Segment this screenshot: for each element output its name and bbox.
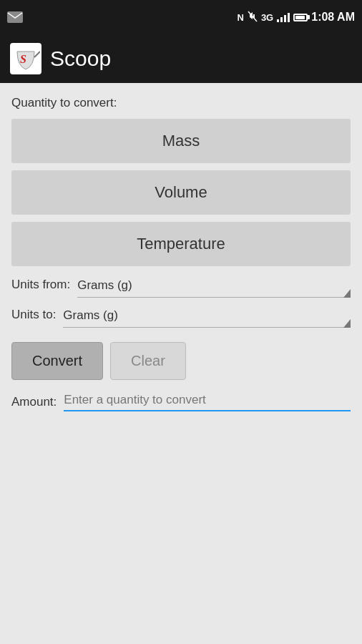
units-to-label: Units to: xyxy=(11,308,56,328)
quantity-label: Quantity to convert: xyxy=(11,96,351,110)
units-to-row[interactable]: Units to: Grams (g) xyxy=(11,308,351,328)
app-bar: S Scoop xyxy=(0,34,362,83)
units-to-selector[interactable]: Grams (g) xyxy=(63,308,351,328)
svg-rect-0 xyxy=(7,11,23,23)
units-from-label: Units from: xyxy=(11,278,70,298)
network-n-icon: N xyxy=(238,12,244,23)
amount-label: Amount: xyxy=(11,395,57,409)
units-to-value: Grams (g) xyxy=(63,308,351,327)
units-from-selector[interactable]: Grams (g) xyxy=(77,278,351,298)
svg-text:S: S xyxy=(20,53,26,65)
signal-icon xyxy=(277,12,290,22)
status-time: 1:08 AM xyxy=(311,11,355,24)
gmail-icon xyxy=(7,11,23,23)
units-from-underline xyxy=(77,297,351,298)
status-left xyxy=(7,11,23,23)
clear-button[interactable]: Clear xyxy=(110,342,186,380)
battery-icon xyxy=(293,14,308,21)
main-content: Quantity to convert: Mass Volume Tempera… xyxy=(0,83,362,644)
status-right: N 3G 1:08 AM xyxy=(238,11,356,24)
units-from-section: Units from: Grams (g) xyxy=(11,278,351,298)
mass-button[interactable]: Mass xyxy=(11,119,351,163)
app-title: Scoop xyxy=(50,47,111,71)
units-to-chevron xyxy=(343,319,351,328)
units-to-section: Units to: Grams (g) xyxy=(11,308,351,328)
units-to-underline xyxy=(63,327,351,328)
network-type-label: 3G xyxy=(261,12,273,23)
units-from-value: Grams (g) xyxy=(77,278,351,297)
mute-icon xyxy=(248,11,258,24)
amount-row: Amount: xyxy=(11,393,351,411)
volume-button[interactable]: Volume xyxy=(11,170,351,215)
convert-button[interactable]: Convert xyxy=(11,342,103,380)
svg-line-5 xyxy=(34,52,40,57)
units-from-chevron xyxy=(343,289,351,298)
app-icon: S xyxy=(10,43,41,74)
amount-input[interactable] xyxy=(64,393,351,407)
action-buttons: Convert Clear xyxy=(11,342,351,380)
temperature-button[interactable]: Temperature xyxy=(11,222,351,266)
status-bar: N 3G 1:08 AM xyxy=(0,0,362,34)
units-from-row[interactable]: Units from: Grams (g) xyxy=(11,278,351,298)
amount-input-wrapper xyxy=(64,393,351,411)
